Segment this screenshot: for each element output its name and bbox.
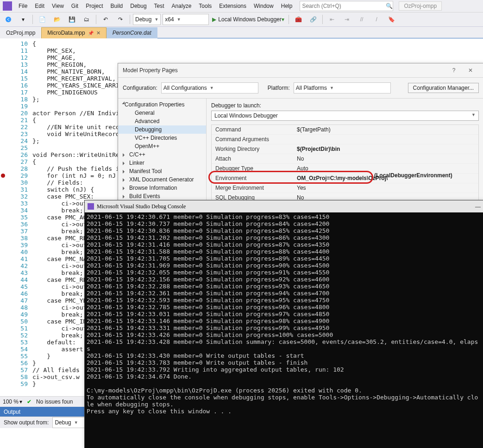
menu-help[interactable]: Help bbox=[277, 1, 296, 11]
menu-extensions[interactable]: Extensions bbox=[215, 1, 250, 11]
tree-browse-information[interactable]: Browse Information bbox=[118, 184, 206, 192]
menu-build[interactable]: Build bbox=[107, 1, 127, 11]
pin-icon[interactable]: 📌 bbox=[88, 31, 94, 36]
config-manager-button[interactable]: Configuration Manager... bbox=[408, 83, 479, 93]
console-title: Microsoft Visual Studio Debug Console bbox=[97, 203, 186, 210]
issues-text: No issues foun bbox=[36, 398, 73, 405]
prop-row[interactable]: Command Arguments bbox=[212, 135, 478, 144]
save-button[interactable]: 💾 bbox=[65, 14, 78, 25]
toolbox-icon[interactable]: 🧰 bbox=[292, 14, 305, 25]
search-input[interactable] bbox=[300, 3, 385, 9]
tree-xml-document-generator[interactable]: XML Document Generator bbox=[118, 175, 206, 184]
menu-test[interactable]: Test bbox=[151, 1, 168, 11]
env-note: (LocalDebuggerEnvironment) bbox=[374, 172, 452, 179]
uncomment-icon[interactable]: / bbox=[370, 14, 383, 25]
quick-search[interactable]: 🔍 bbox=[300, 1, 393, 11]
bookmark-icon[interactable]: 🔖 bbox=[385, 14, 398, 25]
undo-button[interactable]: ↶ bbox=[99, 14, 112, 25]
search-icon: 🔍 bbox=[385, 3, 393, 9]
nav-fwd-button[interactable]: ▾ bbox=[17, 14, 30, 25]
launch-combo[interactable]: Local Windows Debugger▼ bbox=[211, 111, 479, 121]
nav-back-button[interactable] bbox=[2, 14, 15, 25]
new-button[interactable]: 📄 bbox=[36, 14, 49, 25]
comment-icon[interactable]: // bbox=[355, 14, 368, 25]
tree-linker[interactable]: Linker bbox=[118, 159, 206, 167]
tab-OzProj-mpp[interactable]: OzProj.mpp bbox=[0, 27, 41, 38]
editor-tabs: OzProj.mppMicroData.mpp📌✕PersonCore.dat bbox=[0, 27, 483, 38]
main-toolbar: ▾ 📄 📂 💾 🗂 ↶ ↷ Debug▼ x64▼ ▶ Local Window… bbox=[0, 12, 483, 27]
solution-name: OzProj-ompp bbox=[399, 1, 442, 11]
dialog-titlebar[interactable]: Model Property Pages ? ✕ bbox=[118, 63, 483, 78]
property-tree[interactable]: Configuration Properties GeneralAdvanced… bbox=[118, 99, 207, 203]
save-all-button[interactable]: 🗂 bbox=[80, 14, 93, 25]
tree-vc-directories[interactable]: VC++ Directories bbox=[118, 134, 206, 142]
redo-button[interactable]: ↷ bbox=[114, 14, 127, 25]
menu-debug[interactable]: Debug bbox=[126, 1, 150, 11]
zoom-level[interactable]: 100 % ▾ bbox=[3, 398, 22, 405]
close-icon[interactable]: ✕ bbox=[96, 30, 100, 36]
help-icon[interactable]: ? bbox=[445, 67, 462, 74]
prop-row[interactable]: Merge EnvironmentYes bbox=[212, 183, 478, 193]
svg-point-0 bbox=[6, 17, 11, 22]
prop-row[interactable]: AttachNo bbox=[212, 154, 478, 164]
console-output[interactable]: 2021-06-15 19:42:30.671 member=0 Simulat… bbox=[85, 212, 483, 416]
open-button[interactable]: 📂 bbox=[50, 14, 63, 25]
tree-openm-[interactable]: OpenM++ bbox=[118, 142, 206, 150]
check-icon: ✔ bbox=[27, 398, 31, 405]
menu-edit[interactable]: Edit bbox=[31, 1, 48, 11]
menu-tools[interactable]: Tools bbox=[195, 1, 215, 11]
code-line[interactable]: 11 PMC_SEX, bbox=[0, 47, 483, 54]
vs-logo-icon bbox=[3, 1, 12, 11]
tree-manifest-tool[interactable]: Manifest Tool bbox=[118, 167, 206, 175]
tree-build-events[interactable]: Build Events bbox=[118, 192, 206, 200]
dialog-title: Model Property Pages bbox=[123, 67, 178, 74]
code-line[interactable]: 10{ bbox=[0, 40, 483, 47]
prop-row[interactable]: Working Directory$(ProjectDir)\bin bbox=[212, 144, 478, 154]
dialog-config-combo[interactable]: All Configurations▼ bbox=[161, 82, 258, 93]
browser-link-icon[interactable]: 🔗 bbox=[307, 14, 320, 25]
menu-window[interactable]: Window bbox=[250, 1, 277, 11]
breakpoint-icon[interactable] bbox=[1, 174, 5, 178]
indent-out-icon[interactable]: ⇤ bbox=[326, 14, 339, 25]
platform-label: Platform: bbox=[268, 85, 290, 91]
property-grid[interactable]: Command$(TargetPath)Command ArgumentsWor… bbox=[211, 124, 479, 203]
tree-root[interactable]: Configuration Properties bbox=[118, 100, 206, 109]
tree-advanced[interactable]: Advanced bbox=[118, 117, 206, 125]
output-from-label: Show output from: bbox=[4, 419, 49, 426]
menu-project[interactable]: Project bbox=[82, 1, 107, 11]
config-label: Configuration: bbox=[123, 85, 157, 91]
config-combo[interactable]: Debug▼ bbox=[133, 14, 161, 25]
dialog-platform-combo[interactable]: All Platforms▼ bbox=[294, 82, 391, 93]
menubar: FileEditViewGitProjectBuildDebugTestAnal… bbox=[0, 0, 483, 12]
platform-combo[interactable]: x64▼ bbox=[163, 14, 209, 25]
menu-git[interactable]: Git bbox=[68, 1, 82, 11]
tab-PersonCore-dat[interactable]: PersonCore.dat bbox=[107, 27, 157, 38]
tree-debugging[interactable]: Debugging bbox=[118, 125, 206, 134]
console-icon bbox=[88, 203, 94, 210]
launch-label: Debugger to launch: bbox=[211, 102, 479, 109]
tab-MicroData-mpp[interactable]: MicroData.mpp📌✕ bbox=[41, 27, 106, 38]
console-titlebar[interactable]: Microsoft Visual Studio Debug Console — bbox=[85, 200, 483, 212]
property-pages-dialog: Model Property Pages ? ✕ Configuration: … bbox=[118, 63, 483, 203]
tree-c-c-[interactable]: C/C++ bbox=[118, 150, 206, 159]
prop-row[interactable]: Command$(TargetPath) bbox=[212, 125, 478, 135]
menu-analyze[interactable]: Analyze bbox=[168, 1, 195, 11]
menu-view[interactable]: View bbox=[48, 1, 68, 11]
code-line[interactable]: 12 PMC_AGE, bbox=[0, 54, 483, 61]
tree-general[interactable]: General bbox=[118, 109, 206, 117]
indent-in-icon[interactable]: ⇥ bbox=[340, 14, 353, 25]
start-debug-button[interactable]: ▶ Local Windows Debugger ▾ bbox=[211, 14, 286, 25]
close-icon[interactable]: ✕ bbox=[462, 67, 479, 74]
debug-console-window: Microsoft Visual Studio Debug Console — … bbox=[84, 200, 483, 428]
menu-file[interactable]: File bbox=[15, 1, 31, 11]
minimize-icon[interactable]: — bbox=[475, 203, 481, 210]
